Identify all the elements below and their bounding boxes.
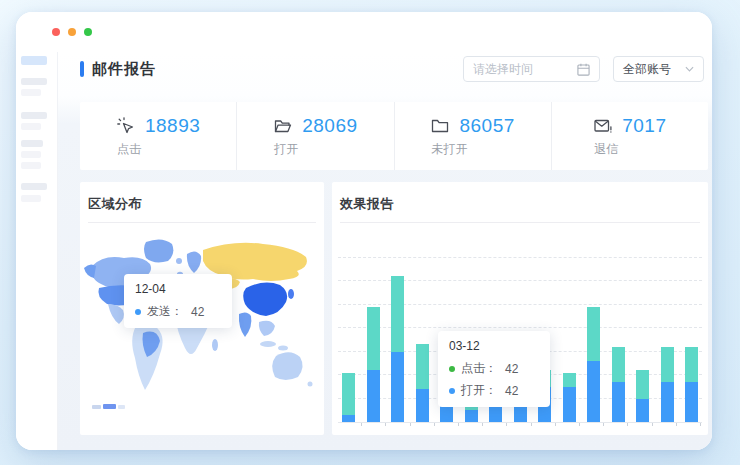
stat-bounced: 7017 退信	[551, 102, 708, 170]
bar-group[interactable]	[661, 347, 674, 422]
stat-opened: 28069 打开	[236, 102, 393, 170]
tooltip-date: 03-12	[449, 339, 539, 353]
map-region	[176, 258, 182, 264]
tooltip-label: 打开：	[461, 382, 497, 399]
title-accent-bar	[80, 61, 84, 77]
map-tooltip: 12-04 发送： 42	[124, 274, 232, 328]
map-region-australia	[272, 352, 302, 380]
map-region-india	[239, 312, 252, 337]
bar-group[interactable]	[391, 276, 404, 422]
stat-unopened: 86057 未打开	[394, 102, 551, 170]
bar-group[interactable]	[685, 347, 698, 422]
stat-label: 退信	[594, 141, 618, 158]
sidebar-item[interactable]	[21, 140, 43, 147]
bar-group[interactable]	[612, 347, 625, 422]
sidebar-item[interactable]	[21, 78, 47, 85]
tooltip-value: 42	[191, 305, 204, 319]
minimize-window-button[interactable]	[68, 28, 76, 36]
folder-open-icon	[273, 116, 293, 136]
bar-group[interactable]	[563, 373, 576, 422]
stat-clicks: 18893 点击	[80, 102, 236, 170]
window-titlebar	[16, 12, 712, 52]
sidebar-item[interactable]	[21, 112, 47, 119]
map-region	[212, 339, 218, 351]
panel-title: 区域分布	[80, 182, 324, 213]
sidebar-item[interactable]	[21, 183, 47, 190]
maximize-window-button[interactable]	[84, 28, 92, 36]
calendar-icon	[577, 63, 590, 76]
sidebar-item[interactable]	[21, 162, 41, 169]
stat-label: 打开	[274, 141, 298, 158]
panel-title: 效果报告	[332, 182, 708, 213]
date-range-picker[interactable]: 请选择时间	[463, 56, 600, 82]
series-dot	[135, 309, 141, 315]
tooltip-label: 发送：	[147, 303, 183, 320]
stat-label: 未打开	[431, 141, 467, 158]
account-select[interactable]: 全部账号	[613, 56, 704, 82]
x-axis-ticks	[338, 423, 702, 426]
stat-value: 28069	[302, 115, 357, 137]
map-region	[278, 346, 288, 351]
map-region	[259, 321, 275, 336]
app-window: 邮件报告 请选择时间 全部	[16, 12, 712, 450]
map-region	[84, 264, 96, 278]
map-region	[260, 341, 276, 347]
tooltip-value: 42	[505, 384, 518, 398]
stats-summary: 18893 点击 28069	[80, 102, 708, 170]
stat-value: 7017	[622, 115, 666, 137]
mail-alert-icon	[593, 116, 613, 136]
page-title: 邮件报告	[92, 60, 156, 79]
account-select-value: 全部账号	[623, 61, 671, 78]
tooltip-row: 点击： 42	[449, 360, 539, 377]
tooltip-date: 12-04	[135, 282, 221, 296]
map-region-china	[243, 283, 287, 316]
date-picker-placeholder: 请选择时间	[473, 61, 533, 78]
bar-group[interactable]	[367, 307, 380, 422]
sidebar-item[interactable]	[21, 151, 41, 158]
page-header: 邮件报告 请选择时间 全部	[80, 54, 708, 84]
sidebar-item[interactable]	[21, 123, 41, 130]
series-dot	[449, 366, 455, 372]
sidebar-nav	[16, 52, 58, 450]
map-region	[282, 298, 286, 302]
cursor-click-icon	[116, 116, 136, 136]
map-region	[187, 251, 201, 273]
stat-value: 18893	[145, 115, 200, 137]
region-distribution-panel: 区域分布	[80, 182, 324, 435]
chevron-down-icon	[685, 66, 694, 72]
desktop-background: 邮件报告 请选择时间 全部	[0, 0, 740, 465]
sidebar-item[interactable]	[21, 195, 41, 202]
divider	[340, 222, 700, 223]
stat-label: 点击	[117, 141, 141, 158]
tooltip-value: 42	[505, 362, 518, 376]
panels-row: 区域分布	[80, 182, 708, 435]
bar-group[interactable]	[587, 307, 600, 422]
tooltip-label: 点击：	[461, 360, 497, 377]
sidebar-item-active[interactable]	[21, 56, 47, 65]
series-dot	[449, 388, 455, 394]
map-region-greenland	[144, 239, 173, 262]
map-region	[108, 304, 124, 324]
divider	[88, 222, 316, 223]
bar-group[interactable]	[416, 344, 429, 422]
bar-group[interactable]	[636, 370, 649, 422]
main-content: 邮件报告 请选择时间 全部	[58, 52, 712, 450]
tooltip-row: 发送： 42	[135, 303, 221, 320]
chart-tooltip: 03-12 点击： 42 打开： 42	[438, 331, 550, 407]
bar-group[interactable]	[342, 373, 355, 422]
close-window-button[interactable]	[52, 28, 60, 36]
map-region	[308, 382, 313, 387]
map-attribution	[92, 404, 125, 409]
tooltip-row: 打开： 42	[449, 382, 539, 399]
folder-icon	[430, 116, 450, 136]
sidebar-item[interactable]	[21, 89, 41, 96]
effect-report-panel: 效果报告 03-12 点击： 42	[332, 182, 708, 435]
map-region	[288, 289, 294, 299]
stat-value: 86057	[459, 115, 514, 137]
